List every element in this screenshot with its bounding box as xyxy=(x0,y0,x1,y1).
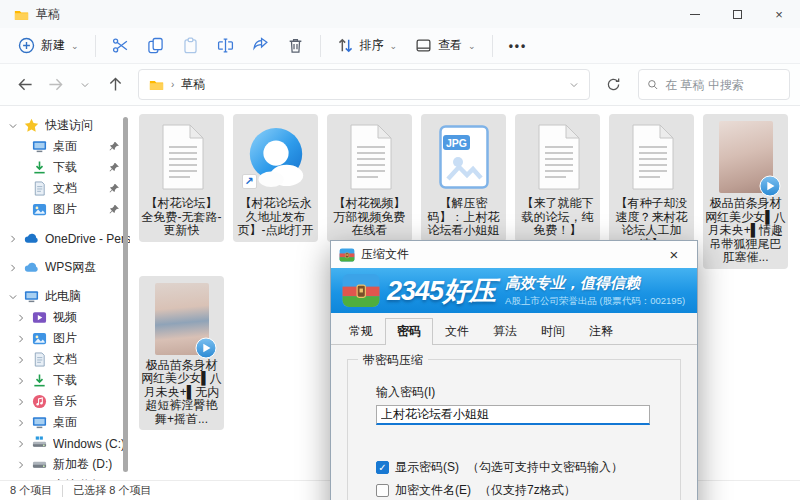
tab-algorithm[interactable]: 算法 xyxy=(481,318,529,345)
pin-icon xyxy=(109,141,120,152)
tab-password[interactable]: 密码 xyxy=(385,318,433,345)
sidebar-label: 文档 xyxy=(53,180,77,197)
file-name: 【村花论坛】全免费-无套路-更新快 xyxy=(140,197,223,238)
cut-button[interactable] xyxy=(104,32,137,59)
search-input[interactable] xyxy=(665,78,781,92)
chevron-right-icon xyxy=(16,376,26,386)
file-item[interactable]: 【村花论坛】全免费-无套路-更新快 xyxy=(139,114,224,242)
pin-icon xyxy=(109,183,120,194)
sidebar-item-pictures[interactable]: 图片 xyxy=(0,199,130,220)
chevron-right-icon xyxy=(16,397,26,407)
checkbox-unchecked-icon[interactable] xyxy=(376,484,389,497)
breadcrumb[interactable]: › 草稿 xyxy=(138,69,590,100)
breadcrumb-separator: › xyxy=(171,79,174,90)
file-item[interactable]: 极品苗条身材网红美少女▌八月未央+▌无内超短裤淫臀艳舞+摇首... xyxy=(139,276,224,431)
sidebar-scrollbar[interactable] xyxy=(123,117,128,472)
back-arrow-icon xyxy=(18,77,33,92)
chevron-right-icon xyxy=(8,263,18,273)
file-item[interactable]: 【有种子却没速度？来村花论坛人工加速】 xyxy=(609,114,694,255)
sidebar-item-drive-d[interactable]: 新加卷 (D:) xyxy=(0,454,130,475)
chevron-right-icon xyxy=(16,439,26,449)
chevron-right-icon xyxy=(16,334,26,344)
file-item[interactable]: 极品苗条身材网红美少女▌八月未央+▌情趣吊带狐狸尾巴肛塞催... xyxy=(703,114,788,269)
text-file-icon xyxy=(344,124,396,190)
tab-general[interactable]: 常规 xyxy=(337,318,385,345)
chevron-right-icon xyxy=(8,234,18,244)
forward-button[interactable] xyxy=(40,70,70,100)
sidebar-item-wps-cloud[interactable]: WPS网盘 xyxy=(0,257,130,278)
encrypt-filenames-checkbox[interactable]: 加密文件名(E) （仅支持7z格式） xyxy=(376,482,680,499)
sidebar-label: 图片 xyxy=(53,201,77,218)
dialog-titlebar[interactable]: 压缩文件 × xyxy=(331,241,697,268)
haozip-logo-icon xyxy=(341,273,381,308)
copy-button[interactable] xyxy=(139,32,172,59)
search-box[interactable] xyxy=(638,69,790,100)
up-arrow-icon xyxy=(108,77,123,92)
tab-time[interactable]: 时间 xyxy=(529,318,577,345)
file-explorer-window: 草稿 × 新建 ⌄ 排序 ⌄ 查看 ⌄ xyxy=(0,0,800,500)
sidebar-item-documents-pc[interactable]: 文档 xyxy=(0,349,130,370)
video-thumbnail xyxy=(155,283,209,355)
command-bar: 新建 ⌄ 排序 ⌄ 查看 ⌄ ••• xyxy=(0,28,800,64)
sidebar-label: Windows (C:) xyxy=(53,437,125,451)
sidebar-item-this-pc[interactable]: 此电脑 xyxy=(0,286,130,307)
recent-locations-button[interactable] xyxy=(70,70,100,100)
checkbox-checked-icon[interactable]: ✓ xyxy=(376,461,389,474)
sidebar-item-onedrive[interactable]: OneDrive - Perso xyxy=(0,228,130,249)
new-button[interactable]: 新建 ⌄ xyxy=(10,32,87,59)
close-button[interactable]: × xyxy=(758,0,800,28)
dialog-close-button[interactable]: × xyxy=(659,246,689,263)
chevron-right-icon xyxy=(16,460,26,470)
file-item[interactable]: 【解压密码】：上村花论坛看小姐姐 xyxy=(421,114,506,242)
password-input[interactable] xyxy=(376,405,650,425)
video-icon xyxy=(32,310,47,325)
delete-button[interactable] xyxy=(279,32,312,59)
file-item[interactable]: 【村花视频】万部视频免费在线看 xyxy=(327,114,412,242)
view-label: 查看 xyxy=(438,37,462,54)
file-name: 【村花视频】万部视频免费在线看 xyxy=(328,197,411,238)
sidebar-item-pictures-pc[interactable]: 图片 xyxy=(0,328,130,349)
tab-files[interactable]: 文件 xyxy=(433,318,481,345)
file-item[interactable]: 【来了就能下载的论坛，纯免费！】 xyxy=(515,114,600,242)
share-button[interactable] xyxy=(244,32,277,59)
view-icon xyxy=(415,37,432,54)
password-tab-panel: 带密码压缩 输入密码(I) ✓ 显示密码(S) （勾选可支持中文密码输入） 加密… xyxy=(331,345,697,500)
sidebar-item-desktop[interactable]: 桌面 xyxy=(0,136,130,157)
refresh-button[interactable] xyxy=(598,70,628,100)
back-button[interactable] xyxy=(10,70,40,100)
rename-button[interactable] xyxy=(209,32,242,59)
sidebar-item-drive-c[interactable]: Windows (C:) xyxy=(0,433,130,454)
sort-button[interactable]: 排序 ⌄ xyxy=(329,32,406,59)
computer-icon xyxy=(24,289,39,304)
file-item[interactable]: ↗ 【村花论坛永久地址发布页】-点此打开 xyxy=(233,114,318,242)
sidebar-item-downloads-pc[interactable]: 下载 xyxy=(0,370,130,391)
sidebar-item-quick-access[interactable]: 快速访问 xyxy=(0,115,130,136)
chevron-down-icon[interactable] xyxy=(569,80,579,90)
plus-circle-icon xyxy=(18,37,35,54)
more-options-button[interactable]: ••• xyxy=(501,34,536,58)
maximize-button[interactable] xyxy=(716,0,758,28)
toolbar-separator xyxy=(320,35,321,57)
up-button[interactable] xyxy=(100,70,130,100)
sidebar-item-documents[interactable]: 文档 xyxy=(0,178,130,199)
tab-comment[interactable]: 注释 xyxy=(577,318,625,345)
sidebar-item-videos[interactable]: 视频 xyxy=(0,307,130,328)
refresh-icon xyxy=(606,77,621,92)
chevron-down-icon: ⌄ xyxy=(390,41,398,51)
view-button[interactable]: 查看 ⌄ xyxy=(407,32,484,59)
show-password-checkbox[interactable]: ✓ 显示密码(S) （勾选可支持中文密码输入） xyxy=(376,459,680,476)
sidebar-item-music[interactable]: 音乐 xyxy=(0,391,130,412)
sidebar-label: 新加卷 (D:) xyxy=(53,456,112,473)
text-file-icon xyxy=(532,124,584,190)
explorer-tab[interactable]: 草稿 xyxy=(0,0,74,28)
paste-button[interactable] xyxy=(174,32,207,59)
breadcrumb-folder[interactable]: 草稿 xyxy=(181,76,205,93)
star-icon xyxy=(24,118,39,133)
pin-icon xyxy=(109,162,120,173)
rename-icon xyxy=(217,37,234,54)
sidebar-item-desktop-pc[interactable]: 桌面 xyxy=(0,412,130,433)
status-divider xyxy=(62,485,63,497)
dialog-tabs: 常规 密码 文件 算法 时间 注释 xyxy=(331,313,697,345)
sidebar-item-downloads[interactable]: 下载 xyxy=(0,157,130,178)
minimize-button[interactable] xyxy=(674,0,716,28)
